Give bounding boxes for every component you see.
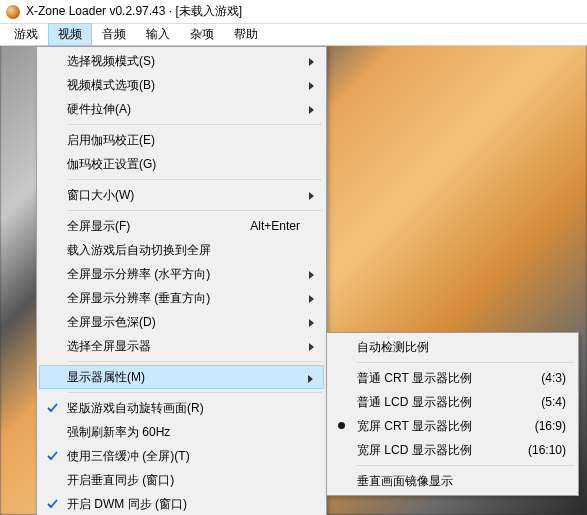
check-icon: [46, 449, 59, 465]
menu-item[interactable]: 伽玛校正设置(G): [39, 152, 324, 176]
app-icon: [6, 5, 20, 19]
menu-item[interactable]: 全屏显示(F)Alt+Enter: [39, 214, 324, 238]
chevron-right-icon: [307, 373, 315, 387]
menu-item[interactable]: 全屏显示分辨率 (水平方向): [39, 262, 324, 286]
chevron-right-icon: [308, 80, 316, 94]
menu-item-label: 载入游戏后自动切换到全屏: [67, 242, 211, 259]
submenu-item[interactable]: 普通 LCD 显示器比例(5:4): [329, 390, 576, 414]
menu-音频[interactable]: 音频: [92, 23, 136, 46]
menu-item[interactable]: 启用伽玛校正(E): [39, 128, 324, 152]
menu-item-label: 使用三倍缓冲 (全屏)(T): [67, 448, 190, 465]
separator: [67, 124, 322, 125]
menu-item-label: 视频模式选项(B): [67, 77, 155, 94]
submenu-label: 普通 LCD 显示器比例: [357, 394, 472, 411]
menu-item-label: 开启垂直同步 (窗口): [67, 472, 174, 489]
submenu-ratio: (16:10): [528, 443, 566, 457]
menu-item-label: 选择全屏显示器: [67, 338, 151, 355]
menu-item[interactable]: 载入游戏后自动切换到全屏: [39, 238, 324, 262]
menu-item[interactable]: 开启 DWM 同步 (窗口): [39, 492, 324, 515]
submenu-label: 垂直画面镜像显示: [357, 473, 453, 490]
menu-shortcut: Alt+Enter: [250, 219, 300, 233]
menu-输入[interactable]: 输入: [136, 23, 180, 46]
submenu-item[interactable]: 宽屏 LCD 显示器比例(16:10): [329, 438, 576, 462]
menu-item[interactable]: 使用三倍缓冲 (全屏)(T): [39, 444, 324, 468]
chevron-right-icon: [308, 104, 316, 118]
menu-item-label: 选择视频模式(S): [67, 53, 155, 70]
separator: [357, 362, 574, 363]
check-icon: [46, 497, 59, 513]
submenu-label: 宽屏 LCD 显示器比例: [357, 442, 472, 459]
submenu-ratio: (5:4): [541, 395, 566, 409]
submenu-label: 宽屏 CRT 显示器比例: [357, 418, 472, 435]
menu-item-label: 竖版游戏自动旋转画面(R): [67, 400, 204, 417]
menu-item[interactable]: 选择视频模式(S): [39, 49, 324, 73]
menu-item[interactable]: 全屏显示分辨率 (垂直方向): [39, 286, 324, 310]
submenu-label: 普通 CRT 显示器比例: [357, 370, 472, 387]
menu-bar: 游戏视频音频输入杂项帮助: [0, 24, 587, 46]
menu-杂项[interactable]: 杂项: [180, 23, 224, 46]
separator: [357, 465, 574, 466]
menu-item[interactable]: 窗口大小(W): [39, 183, 324, 207]
menu-item-label: 伽玛校正设置(G): [67, 156, 156, 173]
menu-item[interactable]: 视频模式选项(B): [39, 73, 324, 97]
radio-selected-icon: [338, 422, 345, 429]
menu-item[interactable]: 全屏显示色深(D): [39, 310, 324, 334]
chevron-right-icon: [308, 190, 316, 204]
menu-帮助[interactable]: 帮助: [224, 23, 268, 46]
menu-item-label: 显示器属性(M): [67, 369, 145, 386]
check-icon: [46, 401, 59, 417]
submenu-item-auto[interactable]: 自动检测比例: [329, 335, 576, 359]
menu-item-label: 窗口大小(W): [67, 187, 134, 204]
submenu-ratio: (4:3): [541, 371, 566, 385]
title-bar: X-Zone Loader v0.2.97.43 · [未载入游戏]: [0, 0, 587, 24]
chevron-right-icon: [308, 293, 316, 307]
menu-游戏[interactable]: 游戏: [4, 23, 48, 46]
menu-item-label: 强制刷新率为 60Hz: [67, 424, 170, 441]
separator: [67, 361, 322, 362]
submenu-item[interactable]: 宽屏 CRT 显示器比例(16:9): [329, 414, 576, 438]
chevron-right-icon: [308, 317, 316, 331]
video-menu-dropdown: 选择视频模式(S)视频模式选项(B)硬件拉伸(A)启用伽玛校正(E)伽玛校正设置…: [36, 46, 327, 515]
menu-item[interactable]: 硬件拉伸(A): [39, 97, 324, 121]
separator: [67, 392, 322, 393]
menu-item-label: 全屏显示色深(D): [67, 314, 156, 331]
menu-item[interactable]: 显示器属性(M): [39, 365, 324, 389]
submenu-item[interactable]: 普通 CRT 显示器比例(4:3): [329, 366, 576, 390]
separator: [67, 210, 322, 211]
window-title: X-Zone Loader v0.2.97.43 · [未载入游戏]: [26, 3, 242, 20]
separator: [67, 179, 322, 180]
chevron-right-icon: [308, 341, 316, 355]
menu-item-label: 全屏显示分辨率 (水平方向): [67, 266, 210, 283]
menu-item[interactable]: 开启垂直同步 (窗口): [39, 468, 324, 492]
submenu-item-mirror[interactable]: 垂直画面镜像显示: [329, 469, 576, 493]
menu-item-label: 全屏显示分辨率 (垂直方向): [67, 290, 210, 307]
menu-item-label: 开启 DWM 同步 (窗口): [67, 496, 187, 513]
menu-item-label: 全屏显示(F): [67, 218, 130, 235]
menu-item[interactable]: 竖版游戏自动旋转画面(R): [39, 396, 324, 420]
menu-item[interactable]: 选择全屏显示器: [39, 334, 324, 358]
menu-item-label: 启用伽玛校正(E): [67, 132, 155, 149]
menu-item[interactable]: 强制刷新率为 60Hz: [39, 420, 324, 444]
chevron-right-icon: [308, 56, 316, 70]
menu-item-label: 硬件拉伸(A): [67, 101, 131, 118]
chevron-right-icon: [308, 269, 316, 283]
monitor-props-submenu: 自动检测比例普通 CRT 显示器比例(4:3)普通 LCD 显示器比例(5:4)…: [326, 332, 579, 496]
submenu-ratio: (16:9): [535, 419, 566, 433]
menu-视频[interactable]: 视频: [48, 23, 92, 46]
submenu-label: 自动检测比例: [357, 339, 429, 356]
